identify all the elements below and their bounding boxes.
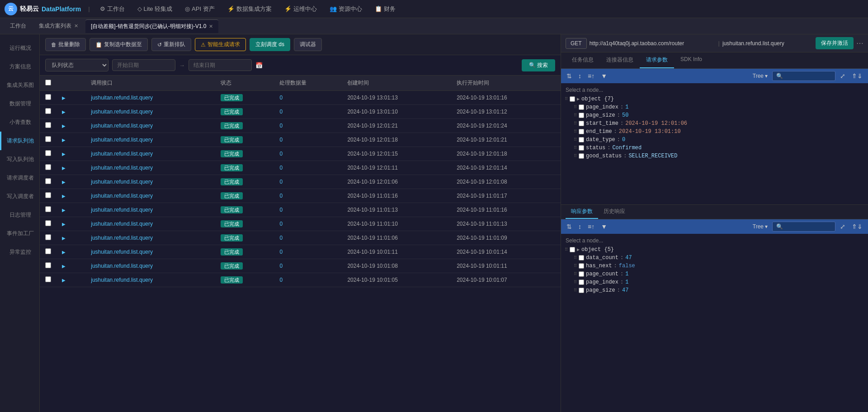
drag-handle[interactable]: ⠿ bbox=[574, 104, 577, 110]
tree-node-selector[interactable]: Select a node... bbox=[561, 85, 868, 95]
drag-handle[interactable]: ⠿ bbox=[574, 113, 577, 118]
end-date-input[interactable] bbox=[189, 59, 252, 71]
node-checkbox[interactable] bbox=[579, 288, 584, 293]
sidebar-item-overview[interactable]: 运行概况 bbox=[0, 39, 39, 57]
sidebar-item-logs[interactable]: 日志管理 bbox=[0, 206, 39, 224]
drag-handle[interactable]: ⠿ bbox=[574, 145, 577, 151]
drag-handle[interactable]: ⠿ bbox=[574, 129, 577, 134]
drag-handle[interactable]: ⠿ bbox=[574, 279, 577, 285]
url-input[interactable] bbox=[590, 40, 716, 47]
drag-handle[interactable]: ⠿ bbox=[574, 271, 577, 277]
node-checkbox[interactable] bbox=[579, 121, 584, 126]
start-date-input[interactable] bbox=[112, 59, 175, 71]
node-checkbox[interactable] bbox=[579, 279, 584, 285]
tree-node[interactable]: ⠿ data_count : 47 bbox=[561, 254, 868, 262]
node-checkbox[interactable] bbox=[579, 153, 584, 159]
schedule-button[interactable]: 立刻调度 ds bbox=[250, 38, 290, 51]
root-expand-icon[interactable]: ▶ bbox=[577, 96, 580, 102]
row-checkbox[interactable] bbox=[45, 164, 51, 170]
tab-main[interactable]: [自动差额]-销售退货同步(已确认-明细对接)-V1.0 ✕ bbox=[85, 19, 218, 33]
nav-ops[interactable]: ⚡ 运维中心 bbox=[282, 5, 320, 13]
api-link[interactable]: jushuitan.refund.list.query bbox=[91, 249, 153, 255]
row-checkbox[interactable] bbox=[45, 262, 51, 268]
api-link[interactable]: jushuitan.refund.list.query bbox=[91, 137, 153, 143]
sidebar-item-req-scheduler[interactable]: 请求调度者 bbox=[0, 169, 39, 187]
tree-import-btn[interactable]: ⇑⇓ bbox=[850, 71, 864, 81]
nav-lite[interactable]: ◇ Lite 轻集成 bbox=[135, 5, 175, 13]
sidebar-item-events[interactable]: 事件加工厂 bbox=[0, 224, 39, 243]
row-checkbox[interactable] bbox=[45, 276, 51, 282]
row-checkbox[interactable] bbox=[45, 150, 51, 156]
api-link[interactable]: jushuitan.refund.list.query bbox=[91, 165, 153, 171]
tree-collapse-btn[interactable]: ↕ bbox=[576, 71, 583, 81]
resp-filter-btn[interactable]: ▼ bbox=[599, 222, 609, 231]
tab-workbench[interactable]: 工作台 bbox=[5, 19, 32, 33]
row-checkbox[interactable] bbox=[45, 192, 51, 198]
nav-data[interactable]: ⚡ 数据集成方案 bbox=[225, 5, 274, 13]
api-link[interactable]: jushuitan.refund.list.query bbox=[91, 263, 153, 269]
sidebar-item-query[interactable]: 小青查数 bbox=[0, 113, 39, 132]
resp-collapse-btn[interactable]: ↕ bbox=[576, 222, 583, 231]
tree-node[interactable]: ⠿ page_size : 50 bbox=[561, 111, 868, 119]
resp-tree-view-select[interactable]: Tree ▾ bbox=[753, 223, 768, 230]
select-all-checkbox[interactable] bbox=[45, 80, 51, 85]
sidebar-item-data[interactable]: 数据管理 bbox=[0, 95, 39, 113]
node-checkbox[interactable] bbox=[579, 104, 584, 110]
resp-expand-btn[interactable]: ⇅ bbox=[565, 222, 574, 231]
root-checkbox[interactable] bbox=[570, 96, 575, 102]
sidebar-item-write-scheduler[interactable]: 写入调度者 bbox=[0, 187, 39, 206]
nav-resource[interactable]: 👥 资源中心 bbox=[327, 5, 365, 13]
requeue-button[interactable]: ↺ 重新排队 bbox=[151, 38, 191, 51]
resp-tab-history[interactable]: 历史响应 bbox=[598, 205, 631, 219]
more-options-button[interactable]: ⋯ bbox=[856, 39, 863, 47]
resp-search-input[interactable] bbox=[772, 222, 835, 232]
rp-tab-task[interactable]: 任务信息 bbox=[566, 52, 600, 68]
nav-workbench[interactable]: ⚙ 工作台 bbox=[97, 5, 127, 13]
col-select-all[interactable] bbox=[40, 76, 57, 91]
sidebar-item-monitor[interactable]: 异常监控 bbox=[0, 243, 39, 261]
batch-delete-button[interactable]: 🗑 批量删除 bbox=[45, 38, 86, 51]
tree-root-node[interactable]: ⠿ ▶ object {7} bbox=[561, 95, 868, 103]
api-link[interactable]: jushuitan.refund.list.query bbox=[91, 95, 153, 101]
node-checkbox[interactable] bbox=[579, 137, 584, 142]
row-checkbox[interactable] bbox=[45, 220, 51, 226]
node-checkbox[interactable] bbox=[579, 113, 584, 118]
api-link[interactable]: jushuitan.refund.list.query bbox=[91, 151, 153, 157]
row-checkbox[interactable] bbox=[45, 136, 51, 142]
resp-drag-handle[interactable]: ⠿ bbox=[565, 247, 568, 252]
drag-handle[interactable]: ⠿ bbox=[574, 263, 577, 269]
tree-node[interactable]: ⠿ page_index : 1 bbox=[561, 103, 868, 111]
tree-node[interactable]: ⠿ has_next : false bbox=[561, 262, 868, 270]
api-link[interactable]: jushuitan.refund.list.query bbox=[91, 193, 153, 199]
drag-handle[interactable]: ⠿ bbox=[574, 121, 577, 126]
tree-expand-all-btn[interactable]: ⤢ bbox=[838, 71, 847, 81]
resp-tab-params[interactable]: 响应参数 bbox=[566, 205, 598, 219]
queue-status-select[interactable]: 队列状态 bbox=[45, 59, 108, 71]
api-link[interactable]: jushuitan.refund.list.query bbox=[91, 123, 153, 129]
smart-generate-button[interactable]: ⚠ 智能生成请求 bbox=[195, 38, 246, 51]
debug-button[interactable]: 调试器 bbox=[294, 38, 322, 51]
tree-node[interactable]: ⠿ good_status : SELLER_RECEIVED bbox=[561, 152, 868, 160]
tree-view-select[interactable]: Tree ▾ bbox=[753, 73, 768, 79]
api-link[interactable]: jushuitan.refund.list.query bbox=[91, 109, 153, 115]
tab-solution-list[interactable]: 集成方案列表 ✕ bbox=[33, 19, 84, 33]
tab-close-main[interactable]: ✕ bbox=[209, 24, 213, 29]
copy-filter-button[interactable]: 📋 复制选中数据至 bbox=[90, 38, 148, 51]
nav-finance[interactable]: 📋 财务 bbox=[372, 5, 398, 13]
resp-node-selector[interactable]: Select a node... bbox=[561, 236, 868, 246]
sidebar-item-write-queue[interactable]: 写入队列池 bbox=[0, 150, 39, 169]
tree-search-input[interactable] bbox=[772, 71, 835, 81]
node-checkbox[interactable] bbox=[579, 255, 584, 260]
api-link[interactable]: jushuitan.refund.list.query bbox=[91, 277, 153, 283]
resp-root-checkbox[interactable] bbox=[570, 247, 575, 252]
endpoint-input[interactable] bbox=[722, 40, 813, 47]
row-checkbox[interactable] bbox=[45, 122, 51, 128]
api-link[interactable]: jushuitan.refund.list.query bbox=[91, 207, 153, 213]
resp-sort-btn[interactable]: ≡↑ bbox=[586, 222, 596, 231]
tree-node[interactable]: ⠿ page_size : 47 bbox=[561, 286, 868, 294]
drag-handle[interactable]: ⠿ bbox=[574, 137, 577, 142]
tree-expand-btn[interactable]: ⇅ bbox=[565, 71, 574, 81]
drag-handle[interactable]: ⠿ bbox=[574, 288, 577, 293]
nav-api[interactable]: ◎ API 资产 bbox=[182, 5, 217, 13]
tree-filter-btn[interactable]: ▼ bbox=[599, 71, 609, 81]
